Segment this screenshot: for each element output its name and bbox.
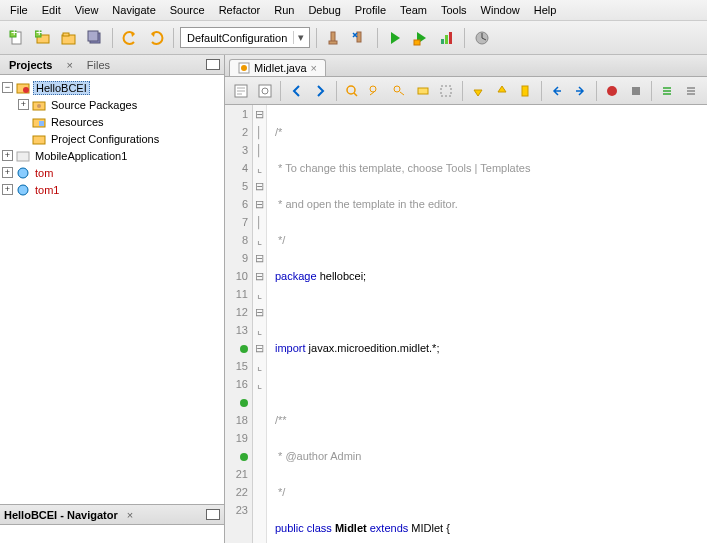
prev-bookmark-button[interactable] — [468, 80, 489, 102]
restore-icon[interactable] — [206, 59, 220, 70]
tree-resources[interactable]: Resources — [2, 113, 222, 130]
menu-view[interactable]: View — [69, 2, 105, 18]
projects-tab[interactable]: Projects — [4, 57, 57, 73]
comment-button[interactable] — [657, 80, 678, 102]
tree-label: HelloBCEI — [33, 81, 90, 95]
navigator-header: HelloBCEI - Navigator × — [0, 505, 224, 525]
code-content[interactable]: /* * To change this template, choose Too… — [267, 105, 530, 543]
toggle-highlight-button[interactable] — [412, 80, 433, 102]
menu-help[interactable]: Help — [528, 2, 563, 18]
find-prev-button[interactable] — [365, 80, 386, 102]
ide-options-button[interactable] — [471, 27, 493, 49]
svg-rect-7 — [63, 33, 69, 36]
svg-rect-11 — [329, 41, 337, 44]
close-tab-icon[interactable]: × — [311, 62, 317, 74]
editor-toolbar — [225, 77, 707, 105]
files-tab[interactable]: Files — [82, 57, 115, 73]
run-button[interactable] — [384, 27, 406, 49]
start-macro-button[interactable] — [602, 80, 623, 102]
fold-column[interactable]: ⊟││⌞⊟⊟│⌞⊟⊟⌞⊟⌞⊟⌞⌞ — [253, 105, 267, 543]
tree-label: tom1 — [33, 184, 61, 196]
menu-debug[interactable]: Debug — [302, 2, 346, 18]
uncomment-button[interactable] — [681, 80, 702, 102]
toggle-rect-select-button[interactable] — [436, 80, 457, 102]
history-view-button[interactable] — [255, 80, 276, 102]
save-all-button[interactable] — [84, 27, 106, 49]
svg-point-29 — [241, 65, 247, 71]
svg-text:+: + — [11, 30, 17, 38]
editor-tab-midlet[interactable]: Midlet.java × — [229, 59, 326, 76]
close-icon[interactable]: × — [63, 59, 75, 71]
svg-rect-23 — [39, 121, 44, 126]
project-icon — [16, 149, 30, 163]
config-combo[interactable]: DefaultConfiguration ▾ — [180, 27, 310, 48]
svg-point-19 — [23, 87, 29, 93]
web-project-icon — [16, 166, 30, 180]
find-next-button[interactable] — [389, 80, 410, 102]
menu-profile[interactable]: Profile — [349, 2, 392, 18]
svg-rect-13 — [414, 40, 420, 45]
toggle-bookmark-button[interactable] — [515, 80, 536, 102]
expand-icon[interactable]: + — [2, 184, 13, 195]
svg-point-21 — [37, 104, 41, 108]
new-file-button[interactable]: + — [6, 27, 28, 49]
tree-source-packages[interactable]: + Source Packages — [2, 96, 222, 113]
override-icon — [240, 399, 248, 407]
shift-right-button[interactable] — [570, 80, 591, 102]
undo-button[interactable] — [119, 27, 141, 49]
source-view-button[interactable] — [231, 80, 252, 102]
tree-label: tom — [33, 167, 55, 179]
svg-point-39 — [607, 86, 617, 96]
expand-icon[interactable]: + — [2, 150, 13, 161]
tree-label: Source Packages — [49, 99, 139, 111]
nav-forward-button[interactable] — [310, 80, 331, 102]
new-project-button[interactable]: + — [32, 27, 54, 49]
java-file-icon — [238, 62, 250, 74]
open-project-button[interactable] — [58, 27, 80, 49]
menu-bar: File Edit View Navigate Source Refactor … — [0, 0, 707, 21]
restore-icon[interactable] — [206, 509, 220, 520]
projects-tree[interactable]: − HelloBCEI + Source Packages Resources … — [0, 75, 224, 504]
tree-tom1[interactable]: + tom1 — [2, 181, 222, 198]
find-selection-button[interactable] — [341, 80, 362, 102]
close-icon[interactable]: × — [124, 509, 136, 521]
menu-file[interactable]: File — [4, 2, 34, 18]
tree-label: Project Configurations — [49, 133, 161, 145]
chevron-down-icon: ▾ — [293, 31, 307, 44]
svg-rect-14 — [441, 39, 444, 44]
collapse-icon[interactable]: − — [2, 82, 13, 93]
code-editor[interactable]: 1234567891011121315161819212223 ⊟││⌞⊟⊟│⌞… — [225, 105, 707, 543]
menu-navigate[interactable]: Navigate — [106, 2, 161, 18]
menu-source[interactable]: Source — [164, 2, 211, 18]
menu-window[interactable]: Window — [475, 2, 526, 18]
tree-project-config[interactable]: Project Configurations — [2, 130, 222, 147]
tree-root-hellobcei[interactable]: − HelloBCEI — [2, 79, 222, 96]
profile-button[interactable] — [436, 27, 458, 49]
expand-icon[interactable]: + — [18, 99, 29, 110]
menu-refactor[interactable]: Refactor — [213, 2, 267, 18]
project-icon — [16, 81, 30, 95]
line-number-gutter: 1234567891011121315161819212223 — [225, 105, 253, 543]
build-button[interactable] — [323, 27, 345, 49]
next-bookmark-button[interactable] — [491, 80, 512, 102]
debug-button[interactable] — [410, 27, 432, 49]
svg-rect-36 — [418, 88, 428, 94]
tree-label: Resources — [49, 116, 106, 128]
tree-tom[interactable]: + tom — [2, 164, 222, 181]
expand-icon[interactable]: + — [2, 167, 13, 178]
menu-team[interactable]: Team — [394, 2, 433, 18]
menu-tools[interactable]: Tools — [435, 2, 473, 18]
clean-build-button[interactable] — [349, 27, 371, 49]
redo-button[interactable] — [145, 27, 167, 49]
svg-rect-15 — [445, 35, 448, 44]
shift-left-button[interactable] — [546, 80, 567, 102]
svg-rect-12 — [357, 32, 361, 42]
tree-mobileapp1[interactable]: + MobileApplication1 — [2, 147, 222, 164]
projects-panel-header: Projects × Files — [0, 55, 224, 75]
main-toolbar: + + DefaultConfiguration ▾ — [0, 21, 707, 55]
nav-back-button[interactable] — [286, 80, 307, 102]
menu-edit[interactable]: Edit — [36, 2, 67, 18]
stop-macro-button[interactable] — [625, 80, 646, 102]
override-icon — [240, 345, 248, 353]
menu-run[interactable]: Run — [268, 2, 300, 18]
